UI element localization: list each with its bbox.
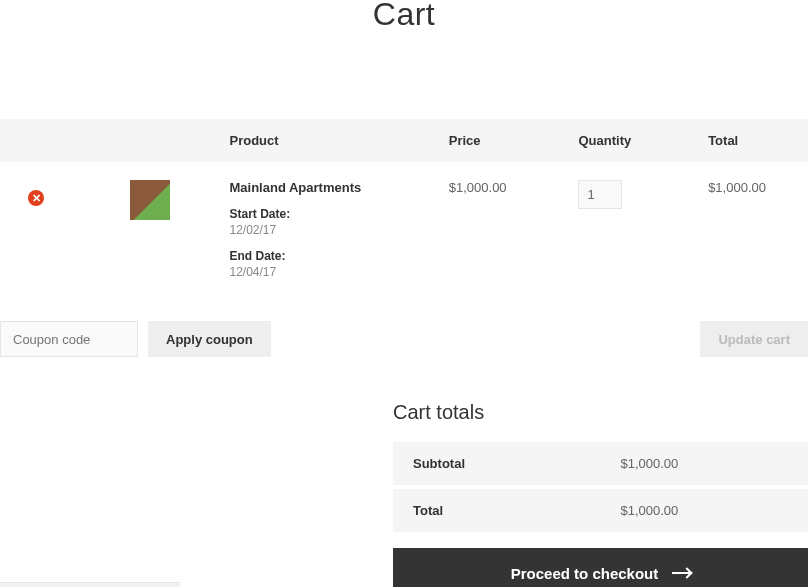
cart-totals-table: Subtotal $1,000.00 Total $1,000.00 <box>393 442 808 532</box>
update-cart-button[interactable]: Update cart <box>700 321 808 357</box>
quantity-input[interactable] <box>578 180 622 209</box>
total-value: $1,000.00 <box>601 487 809 532</box>
cart-totals-section: Cart totals Subtotal $1,000.00 Total $1,… <box>393 401 808 587</box>
end-date-value: 12/04/17 <box>230 265 429 279</box>
col-total: Total <box>698 119 808 162</box>
cart-actions-row: Apply coupon Update cart <box>0 321 808 357</box>
item-price: $1,000.00 <box>449 180 507 195</box>
arrow-right-icon <box>672 572 690 574</box>
product-thumbnail[interactable] <box>130 180 170 220</box>
cart-totals-title: Cart totals <box>393 401 808 424</box>
product-name-link[interactable]: Mainland Apartments <box>230 180 429 195</box>
close-icon: ✕ <box>32 192 41 205</box>
proceed-to-checkout-button[interactable]: Proceed to checkout <box>393 548 808 587</box>
page-title: Cart <box>0 0 808 33</box>
table-row: ✕ Mainland Apartments Start Date: 12/02/… <box>0 162 808 297</box>
col-remove <box>0 119 100 162</box>
remove-item-button[interactable]: ✕ <box>28 190 44 206</box>
col-thumb <box>100 119 220 162</box>
col-price: Price <box>439 119 569 162</box>
col-product: Product <box>220 119 439 162</box>
cart-table: Product Price Quantity Total ✕ Mainland … <box>0 119 808 297</box>
col-quantity: Quantity <box>568 119 698 162</box>
apply-coupon-button[interactable]: Apply coupon <box>148 321 271 357</box>
start-date-value: 12/02/17 <box>230 223 429 237</box>
start-date-label: Start Date: <box>230 207 429 221</box>
item-total: $1,000.00 <box>708 180 766 195</box>
subtotal-value: $1,000.00 <box>601 442 809 487</box>
end-date-label: End Date: <box>230 249 429 263</box>
checkout-label: Proceed to checkout <box>511 565 659 582</box>
total-label: Total <box>393 487 601 532</box>
coupon-code-input[interactable] <box>0 321 138 357</box>
subtotal-label: Subtotal <box>393 442 601 487</box>
footer-bar-fragment <box>0 582 180 587</box>
